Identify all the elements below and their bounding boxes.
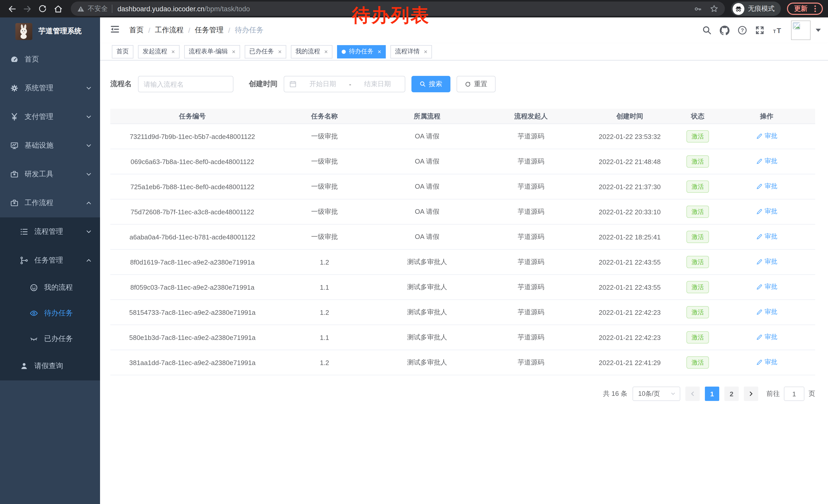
browser-toolbar: 不安全 dashboard.yudao.iocoder.cn/bpm/task/… xyxy=(0,0,828,17)
date-range-picker[interactable]: 开始日期 - 结束日期 xyxy=(284,76,405,92)
approve-button[interactable]: 审批 xyxy=(756,157,778,166)
col-starter: 流程发起人 xyxy=(480,110,582,122)
briefcase-icon xyxy=(10,199,18,207)
tab-process-form-edit[interactable]: 流程表单-编辑× xyxy=(184,45,240,58)
close-icon[interactable]: × xyxy=(232,48,236,55)
approve-button[interactable]: 审批 xyxy=(756,207,778,216)
table-row: 58154733-7ac8-11ec-a9e2-a2380e71991a 1.2… xyxy=(110,300,815,325)
tab-start-process[interactable]: 发起流程× xyxy=(138,45,179,58)
close-icon[interactable]: × xyxy=(278,48,282,55)
breadcrumb-home[interactable]: 首页 xyxy=(129,26,143,35)
security-label[interactable]: 不安全 xyxy=(88,4,108,13)
start-date-placeholder[interactable]: 开始日期 xyxy=(301,80,345,89)
next-page-button[interactable] xyxy=(744,386,758,401)
sidebar-item-process-management[interactable]: 流程管理 xyxy=(0,217,100,246)
goto-page-input[interactable] xyxy=(784,386,804,401)
approve-button[interactable]: 审批 xyxy=(756,333,778,341)
broken-image-icon xyxy=(793,22,801,30)
sidebar-item-home[interactable]: 首页 xyxy=(0,45,100,74)
starter-cell: 芋道源码 xyxy=(480,307,582,318)
approve-button[interactable]: 审批 xyxy=(756,308,778,316)
tab-process-detail[interactable]: 流程详情× xyxy=(390,45,432,58)
table-body: 73211d9d-7b9b-11ec-b5b7-acde48001122 一级审… xyxy=(110,124,815,375)
tab-home[interactable]: 首页 xyxy=(112,45,133,58)
tab-todo-tasks[interactable]: 待办任务× xyxy=(337,45,386,58)
created-time-cell: 2022-01-22 21:37:30 xyxy=(582,182,677,191)
page-button-1[interactable]: 1 xyxy=(705,386,719,401)
status-badge: 激活 xyxy=(687,281,709,293)
browser-forward-button[interactable] xyxy=(20,2,34,15)
created-time-cell: 2022-01-22 21:48:48 xyxy=(582,156,677,166)
sidebar-item-leave-query[interactable]: 请假查询 xyxy=(0,352,100,380)
approve-button[interactable]: 审批 xyxy=(756,282,778,291)
top-navbar: 首页 / 工作流程 / 任务管理 / 待办任务 ? TT xyxy=(100,17,828,43)
process-name-input[interactable] xyxy=(143,80,228,88)
sidebar-item-workflow[interactable]: 工作流程 xyxy=(0,189,100,217)
status-badge: 激活 xyxy=(687,331,709,343)
table-row: 381aa1dd-7ac8-11ec-a9e2-a2380e71991a 1.2… xyxy=(110,350,815,375)
sidebar-item-dev-tools[interactable]: 研发工具 xyxy=(0,160,100,189)
sidebar-item-task-management[interactable]: 任务管理 xyxy=(0,246,100,275)
sidebar-item-payment[interactable]: 支付管理 xyxy=(0,102,100,131)
main-area: 首页 / 工作流程 / 任务管理 / 待办任务 ? TT xyxy=(100,17,828,504)
breadcrumb-task-management[interactable]: 任务管理 xyxy=(195,26,224,35)
status-badge: 激活 xyxy=(687,155,709,168)
end-date-placeholder[interactable]: 结束日期 xyxy=(355,80,400,89)
sidebar-item-infrastructure[interactable]: 基础设施 xyxy=(0,131,100,160)
browser-back-button[interactable] xyxy=(5,2,18,15)
page-size-select[interactable]: 10条/页 xyxy=(632,386,680,401)
breadcrumb-workflow[interactable]: 工作流程 xyxy=(155,26,184,35)
address-bar[interactable]: 不安全 dashboard.yudao.iocoder.cn/bpm/task/… xyxy=(71,2,725,16)
bookmark-star-icon[interactable] xyxy=(709,4,719,13)
user-avatar[interactable] xyxy=(791,20,811,40)
search-icon xyxy=(420,81,426,87)
not-secure-warning-icon xyxy=(77,5,85,12)
table-row: 75d72608-7b7f-11ec-a3c8-acde48001122 一级审… xyxy=(110,199,815,225)
created-time-cell: 2022-01-21 22:41:29 xyxy=(582,358,677,367)
breadcrumb: 首页 / 工作流程 / 任务管理 / 待办任务 xyxy=(129,26,263,35)
task-id-cell: 8f0d1619-7ac8-11ec-a9e2-a2380e71991a xyxy=(110,257,275,267)
reset-button[interactable]: 重置 xyxy=(457,76,496,92)
page-unit-label: 页 xyxy=(809,389,815,398)
font-size-icon[interactable]: TT xyxy=(773,26,783,35)
password-key-icon[interactable] xyxy=(694,4,702,13)
sidebar-item-my-process[interactable]: 我的流程 xyxy=(0,275,100,301)
github-icon[interactable] xyxy=(720,26,730,35)
search-button[interactable]: 搜索 xyxy=(411,76,450,92)
calendar-icon xyxy=(289,81,296,88)
filter-form: 流程名 创建时间 开始日期 - 结束日期 搜索 xyxy=(110,76,818,92)
approve-button[interactable]: 审批 xyxy=(756,182,778,191)
close-icon[interactable]: × xyxy=(324,48,328,55)
page-button-2[interactable]: 2 xyxy=(724,386,739,401)
fullscreen-icon[interactable] xyxy=(755,26,764,35)
prev-page-button[interactable] xyxy=(686,386,700,401)
sidebar-item-done-tasks[interactable]: 已办任务 xyxy=(0,326,100,352)
sidebar-item-todo-tasks[interactable]: 待办任务 xyxy=(0,301,100,326)
approve-button[interactable]: 审批 xyxy=(756,132,778,140)
search-icon[interactable] xyxy=(702,26,711,35)
approve-button[interactable]: 审批 xyxy=(756,232,778,241)
task-id-cell: 580e1b3d-7ac8-11ec-a9e2-a2380e71991a xyxy=(110,332,275,342)
avatar-dropdown-caret[interactable] xyxy=(816,29,821,32)
help-button[interactable]: ? xyxy=(738,26,747,35)
task-id-cell: 58154733-7ac8-11ec-a9e2-a2380e71991a xyxy=(110,307,275,317)
close-icon[interactable]: × xyxy=(378,48,381,55)
yen-icon xyxy=(10,113,18,121)
browser-update-menu-button[interactable]: 更新 xyxy=(787,3,823,15)
sidebar-collapse-button[interactable] xyxy=(108,22,122,39)
browser-reload-button[interactable] xyxy=(36,2,49,15)
chevron-down-icon xyxy=(86,229,92,235)
sidebar-logo[interactable]: 芋道管理系统 xyxy=(0,17,100,45)
sidebar-item-system[interactable]: 系统管理 xyxy=(0,74,100,102)
table-row: 069c6a63-7b8a-11ec-8ef0-acde48001122 一级审… xyxy=(110,149,815,174)
tab-my-process[interactable]: 我的流程× xyxy=(291,45,332,58)
tab-done-tasks[interactable]: 已办任务× xyxy=(245,45,286,58)
table-row: 725a1eb6-7b88-11ec-8ef0-acde48001122 一级审… xyxy=(110,174,815,199)
browser-home-button[interactable] xyxy=(51,2,65,15)
approve-button[interactable]: 审批 xyxy=(756,258,778,266)
approve-button[interactable]: 审批 xyxy=(756,358,778,367)
close-icon[interactable]: × xyxy=(171,48,175,55)
chevron-left-icon xyxy=(690,391,696,397)
table-header-row: 任务编号 任务名称 所属流程 流程发起人 创建时间 状态 操作 xyxy=(110,109,815,124)
close-icon[interactable]: × xyxy=(424,48,427,55)
